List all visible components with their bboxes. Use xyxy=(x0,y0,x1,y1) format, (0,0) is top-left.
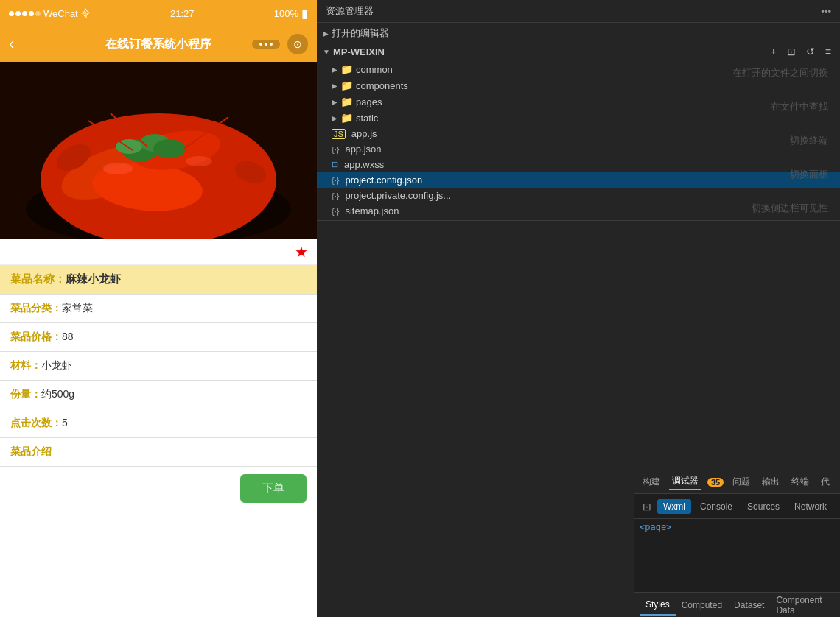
food-category-row: 菜品分类：家常菜 xyxy=(0,295,317,323)
root-folder-label: MP-WEIXIN xyxy=(333,46,385,57)
devtools-panel: 构建 调试器 35 问题 输出 终端 代 ⊡ Wxml Console Sour… xyxy=(634,470,840,617)
file-js-icon: JS xyxy=(332,129,346,139)
add-file-icon[interactable]: + xyxy=(768,44,780,59)
file-private-icon: {·} xyxy=(332,191,339,200)
devtools-code-content: <page> xyxy=(634,519,840,592)
food-name-label: 菜品名称： xyxy=(10,272,66,285)
subtab-console[interactable]: Console xyxy=(694,499,738,514)
bottomtab-component-data[interactable]: Component Data xyxy=(770,590,834,618)
file-json-icon: {·} xyxy=(332,145,339,154)
tab-code[interactable]: 代 xyxy=(818,474,833,490)
explorer-more-icon[interactable]: ••• xyxy=(821,6,831,17)
hint-toggle-terminal: 切换终端 xyxy=(790,134,828,147)
folder-common-label: common xyxy=(356,64,393,75)
wifi-icon: 令 xyxy=(81,7,91,20)
file-app-wxss-label: app.wxss xyxy=(344,159,384,170)
hint-find-in-file: 在文件中查找 xyxy=(771,100,828,113)
order-button[interactable]: 下单 xyxy=(240,474,307,503)
devtools-bottom-tabs: Styles Computed Dataset Component Data xyxy=(634,592,840,617)
record-button[interactable]: ⊙ xyxy=(287,34,308,54)
food-name-row: 菜品名称：麻辣小龙虾 xyxy=(0,265,317,295)
menu-dots-button[interactable] xyxy=(252,40,280,49)
bottomtab-styles[interactable]: Styles xyxy=(640,595,676,616)
right-panel: 资源管理器 ••• ▶ 打开的编辑器 ▼ MP-WEIXIN + ⊡ ↺ ≡ xyxy=(317,0,840,617)
food-serving-label: 份量： xyxy=(10,388,41,400)
folder-components-label: components xyxy=(356,80,408,91)
phone-simulator: WeChat 令 21:27 100% ▮ ‹ 在线订餐系统小程序 ⊙ xyxy=(0,0,317,617)
food-intro-row: 菜品介绍 xyxy=(0,438,317,467)
hint-toggle-panel: 切换面板 xyxy=(790,168,828,181)
food-info-section: 菜品名称：麻辣小龙虾 菜品分类：家常菜 菜品价格：88 材料：小龙虾 份量：约5… xyxy=(0,265,317,617)
folder-static-label: static xyxy=(356,113,378,124)
file-config-icon: {·} xyxy=(332,176,339,185)
subtab-wxml[interactable]: Wxml xyxy=(657,499,691,514)
back-button[interactable]: ‹ xyxy=(9,35,14,54)
tab-debugger[interactable]: 调试器 xyxy=(669,473,701,490)
favorite-star[interactable]: ★ xyxy=(295,243,308,261)
file-sitemap-label: sitemap.json xyxy=(345,205,399,216)
food-ingredient-label: 材料： xyxy=(10,359,41,371)
clock: 21:27 xyxy=(170,8,195,19)
tab-build[interactable]: 构建 xyxy=(640,474,663,490)
battery-percent: 100% xyxy=(274,8,298,19)
explorer-header: 资源管理器 ••• xyxy=(317,0,840,23)
subtab-network[interactable]: Network xyxy=(788,499,833,514)
phone-status-bar: WeChat 令 21:27 100% ▮ xyxy=(0,0,317,27)
favorite-bar: ★ xyxy=(0,239,317,265)
cursor-icon[interactable]: ⊡ xyxy=(640,499,654,514)
food-price-row: 菜品价格：88 xyxy=(0,323,317,352)
food-price-value: 88 xyxy=(62,331,74,342)
food-ingredient-row: 材料：小龙虾 xyxy=(0,352,317,381)
file-project-config-label: project.config.json xyxy=(345,174,422,186)
devtools-subtabs: ⊡ Wxml Console Sources Network xyxy=(634,494,840,519)
tab-issues[interactable]: 问题 xyxy=(729,474,753,490)
food-name-value: 麻辣小龙虾 xyxy=(66,272,121,285)
root-arrow: ▼ xyxy=(323,48,330,56)
explorer-title: 资源管理器 xyxy=(326,4,374,18)
file-sitemap-icon: {·} xyxy=(332,207,339,216)
folder-static-icon: 📁 xyxy=(340,112,353,124)
page-title: 在线订餐系统小程序 xyxy=(105,37,211,52)
open-editors-arrow: ▶ xyxy=(323,29,329,38)
food-image xyxy=(0,62,317,239)
battery-icon: ▮ xyxy=(301,7,308,21)
file-wxss-icon: ⊡ xyxy=(332,160,338,169)
food-ingredient-value: 小龙虾 xyxy=(41,359,72,371)
file-app-js-label: app.js xyxy=(351,128,377,139)
svg-point-11 xyxy=(153,139,186,158)
file-app-json-label: app.json xyxy=(345,144,381,155)
code-line: <page> xyxy=(640,522,671,532)
open-editors-label: 打开的编辑器 xyxy=(332,27,389,40)
food-serving-value: 约500g xyxy=(41,388,74,400)
tab-terminal[interactable]: 终端 xyxy=(788,474,812,490)
add-folder-icon[interactable]: ⊡ xyxy=(784,44,799,59)
devtools-toolbar: 构建 调试器 35 问题 输出 终端 代 xyxy=(634,470,840,494)
hint-switch-files: 在打开的文件之间切换 xyxy=(732,66,828,80)
root-toolbar: + ⊡ ↺ ≡ xyxy=(768,44,834,59)
svg-point-14 xyxy=(186,156,212,166)
food-clicks-row: 点击次数：5 xyxy=(0,409,317,438)
folder-common-icon: 📁 xyxy=(340,63,353,75)
refresh-icon[interactable]: ↺ xyxy=(803,44,818,59)
subtab-sources[interactable]: Sources xyxy=(741,499,785,514)
folder-components-icon: 📁 xyxy=(340,80,353,91)
carrier-label: WeChat xyxy=(43,8,78,19)
food-intro-label: 菜品介绍 xyxy=(10,445,52,457)
tab-output[interactable]: 输出 xyxy=(759,474,783,490)
order-button-area: 下单 xyxy=(0,467,317,513)
collapse-icon[interactable]: ≡ xyxy=(822,44,834,59)
food-category-value: 家常菜 xyxy=(62,302,93,314)
hint-toggle-sidebar: 切换侧边栏可见性 xyxy=(752,202,828,215)
food-serving-row: 份量：约500g xyxy=(0,381,317,409)
bottomtab-dataset[interactable]: Dataset xyxy=(728,596,770,615)
open-editors-item[interactable]: ▶ 打开的编辑器 xyxy=(317,24,840,42)
phone-navbar: ‹ 在线订餐系统小程序 ⊙ xyxy=(0,27,317,62)
food-category-label: 菜品分类： xyxy=(10,302,62,314)
bottomtab-computed[interactable]: Computed xyxy=(676,596,728,615)
nav-right-controls: ⊙ xyxy=(252,34,308,54)
signal-dots xyxy=(9,11,41,16)
folder-pages-icon: 📁 xyxy=(340,96,353,107)
food-price-label: 菜品价格： xyxy=(10,331,62,342)
food-clicks-value: 5 xyxy=(62,417,68,429)
file-project-private-label: project.private.config.js... xyxy=(345,190,451,201)
